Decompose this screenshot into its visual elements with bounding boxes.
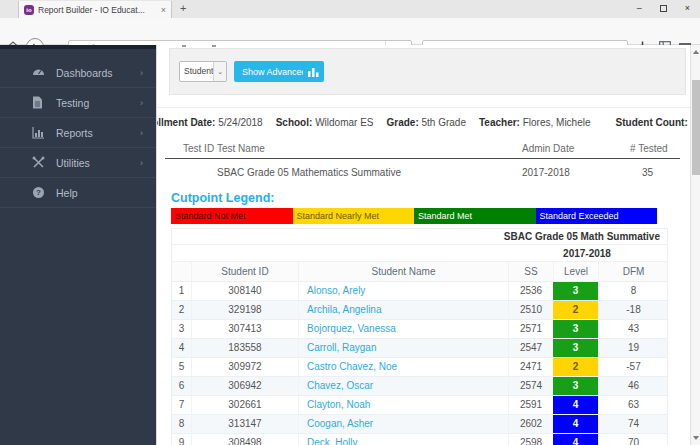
table-row: 1 308140 Alonso, Arely 2536 3 8 <box>172 281 667 300</box>
summary-value: 5th Grade <box>422 117 466 128</box>
summary-value: Wildomar ES <box>315 117 373 128</box>
student-name-link[interactable]: Chavez, Oscar <box>298 377 508 395</box>
close-button[interactable]: × <box>685 0 690 16</box>
scroll-down-icon[interactable] <box>693 436 699 440</box>
student-name-link[interactable]: Bojorquez, Vanessa <box>298 320 508 338</box>
level-badge: 3 <box>553 339 598 357</box>
chart-view-button[interactable] <box>303 61 324 82</box>
dfm-value: 43 <box>598 320 667 338</box>
col-level: Level <box>553 262 598 281</box>
sidebar-item-dashboards[interactable]: Dashboards › <box>0 58 156 88</box>
maximize-button[interactable] <box>660 5 667 12</box>
sidebar-item-utilities[interactable]: Utilities › <box>0 148 156 178</box>
student-id: 309972 <box>191 358 298 376</box>
table-body: 1 308140 Alonso, Arely 2536 3 8 2 329198… <box>172 281 667 445</box>
sidebar-label: Dashboards <box>56 67 113 79</box>
col-admin-date: Admin Date <box>522 143 574 154</box>
navigation-bar: i https://www.eadms.com/EADMSX/Reports/S… <box>0 18 700 45</box>
browser-window: io Report Builder - IO Educat... × + – ×… <box>0 0 700 445</box>
ss-value: 2536 <box>508 282 553 300</box>
sidebar-item-reports[interactable]: Reports › <box>0 118 156 148</box>
sidebar-item-help[interactable]: ? Help <box>0 178 156 208</box>
sidebar-label: Utilities <box>56 157 90 169</box>
student-name-link[interactable]: Clayton, Noah <box>298 396 508 414</box>
admin-date-value: 2017-2018 <box>522 167 570 178</box>
cutpoint-legend-bar: Standard Not Met Standard Nearly Met Sta… <box>171 208 657 224</box>
sidebar-label: Reports <box>56 127 93 139</box>
table-group-header: SBAC Grade 05 Math Summative <box>172 229 667 244</box>
tab-close-icon[interactable]: × <box>161 5 166 15</box>
student-id: 302661 <box>191 396 298 414</box>
legend-standard-not-met: Standard Not Met <box>171 208 293 224</box>
row-num: 4 <box>172 339 191 357</box>
dfm-value: 74 <box>598 415 667 433</box>
tab-title: Report Builder - IO Educat... <box>38 5 157 15</box>
scroll-up-icon[interactable] <box>693 50 699 54</box>
bar-chart-icon <box>308 67 319 77</box>
report-toolbar: Student ⌄ Show Advanced <box>169 48 686 95</box>
student-id: 313147 <box>191 415 298 433</box>
level-badge: 2 <box>553 358 598 376</box>
tab-report-builder[interactable]: io Report Builder - IO Educat... × <box>18 1 172 18</box>
student-name-link[interactable]: Carroll, Raygan <box>298 339 508 357</box>
table-row: 7 302661 Clayton, Noah 2591 4 63 <box>172 395 667 414</box>
summary-label: Grade: <box>386 117 418 128</box>
table-column-headers: Student ID Student Name SS Level DFM <box>172 261 667 281</box>
table-row: 8 313147 Coogan, Asher 2602 4 74 <box>172 414 667 433</box>
col-num <box>172 262 191 281</box>
ss-value: 2547 <box>508 339 553 357</box>
dfm-value: 70 <box>598 434 667 445</box>
site-favicon-icon: io <box>24 5 34 15</box>
scrollbar-thumb[interactable] <box>692 80 700 175</box>
student-name-link[interactable]: Castro Chavez, Noe <box>298 358 508 376</box>
svg-text:?: ? <box>36 188 41 197</box>
chevron-down-icon: ⌄ <box>213 62 226 81</box>
level-badge: 4 <box>553 415 598 433</box>
report-scope-value: Student <box>180 62 213 81</box>
student-name-link[interactable]: Deck, Holly <box>298 434 508 445</box>
chevron-right-icon: › <box>140 128 143 138</box>
student-id: 308140 <box>191 282 298 300</box>
section-divider <box>157 107 690 108</box>
dfm-value: 8 <box>598 282 667 300</box>
student-name-link[interactable]: Coogan, Asher <box>298 415 508 433</box>
student-id: 306942 <box>191 377 298 395</box>
ss-value: 2598 <box>508 434 553 445</box>
legend-standard-met: Standard Met <box>414 208 536 224</box>
student-name-link[interactable]: Alonso, Arely <box>298 282 508 300</box>
num-tested-value: 35 <box>642 167 653 178</box>
student-name-link[interactable]: Archila, Angelina <box>298 301 508 319</box>
clipped-element-fragment <box>212 45 216 47</box>
level-badge: 3 <box>553 282 598 300</box>
row-num: 3 <box>172 320 191 338</box>
bar-chart-icon <box>32 126 45 139</box>
minimize-button[interactable]: – <box>637 0 642 16</box>
page-scrollbar[interactable] <box>690 45 700 445</box>
sidebar-item-testing[interactable]: Testing › <box>0 88 156 118</box>
summary-label: Teacher: <box>479 117 520 128</box>
row-num: 1 <box>172 282 191 300</box>
summary-value: 5/24/2018 <box>218 117 263 128</box>
dfm-value: -57 <box>598 358 667 376</box>
row-num: 2 <box>172 301 191 319</box>
sidebar-header-strip <box>0 45 156 49</box>
new-tab-button[interactable]: + <box>180 2 186 14</box>
dfm-value: -18 <box>598 301 667 319</box>
ss-value: 2574 <box>508 377 553 395</box>
test-row: SBAC Grade 05 Mathematics Summative 2017… <box>165 159 680 183</box>
dfm-value: 46 <box>598 377 667 395</box>
help-icon: ? <box>32 186 45 199</box>
level-badge: 3 <box>553 320 598 338</box>
chevron-right-icon: › <box>140 98 143 108</box>
level-badge: 2 <box>553 301 598 319</box>
sidebar-menu: Dashboards › Testing › Reports › <box>0 58 156 208</box>
summary-label: School: <box>276 117 313 128</box>
col-test-name: Test Name <box>217 143 265 154</box>
table-row: 2 329198 Archila, Angelina 2510 2 -18 <box>172 300 667 319</box>
row-num: 6 <box>172 377 191 395</box>
table-row: 6 306942 Chavez, Oscar 2574 3 46 <box>172 376 667 395</box>
test-table-header: Test ID Test Name Admin Date # Tested <box>165 138 680 159</box>
dfm-value: 63 <box>598 396 667 414</box>
report-scope-select[interactable]: Student ⌄ <box>179 61 227 82</box>
col-dfm: DFM <box>598 262 668 281</box>
